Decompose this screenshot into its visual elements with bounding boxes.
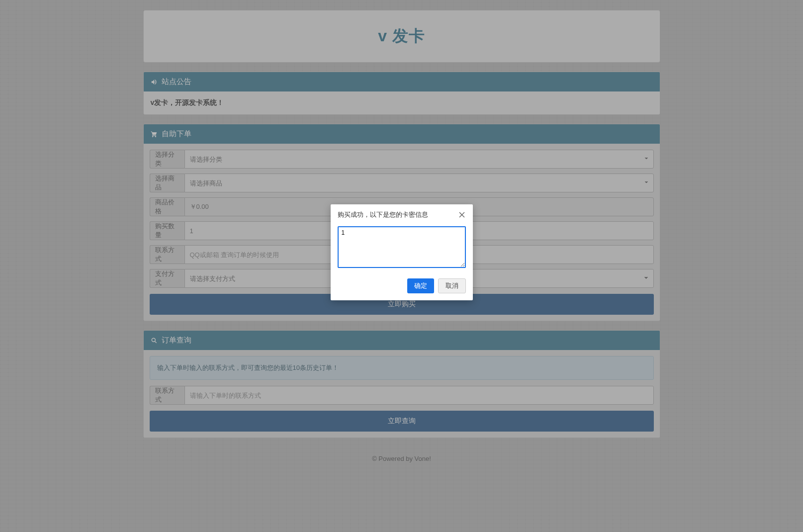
- modal-title: 购买成功，以下是您的卡密信息: [338, 210, 428, 219]
- close-icon[interactable]: [458, 211, 466, 219]
- card-secret-textarea[interactable]: [338, 226, 466, 268]
- cancel-button[interactable]: 取消: [438, 278, 466, 293]
- ok-button[interactable]: 确定: [407, 278, 434, 293]
- modal-dialog: 购买成功，以下是您的卡密信息 确定 取消: [331, 204, 473, 300]
- modal-header: 购买成功，以下是您的卡密信息: [331, 204, 473, 224]
- modal-footer: 确定 取消: [331, 274, 473, 300]
- modal-body: [331, 224, 473, 274]
- modal-overlay[interactable]: 购买成功，以下是您的卡密信息 确定 取消: [0, 0, 803, 532]
